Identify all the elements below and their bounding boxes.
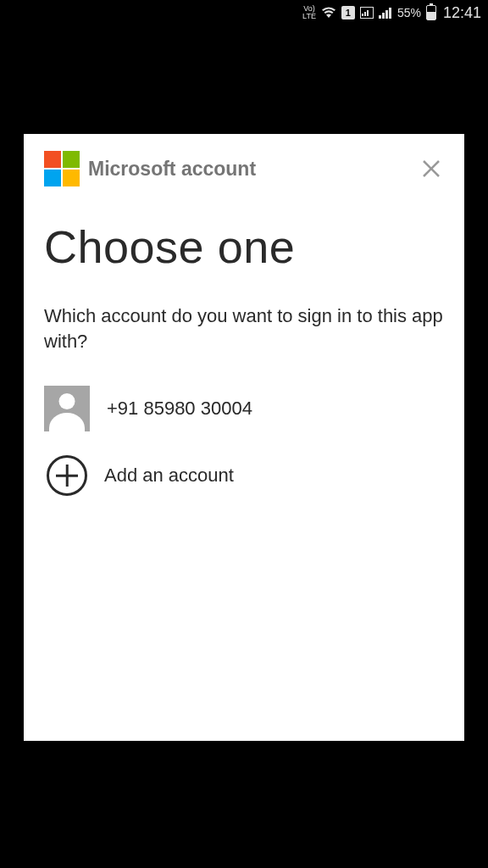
dialog-title: Microsoft account [88,158,410,181]
clock: 12:41 [443,4,481,22]
account-item[interactable]: +91 85980 30004 [44,379,444,438]
svg-rect-2 [382,13,385,19]
plus-icon [47,455,87,496]
status-bar: Vo) LTE 1 55% 12:41 [0,0,488,25]
battery-percent: 55% [397,6,421,19]
wifi-icon [321,7,336,19]
battery-icon [426,5,436,20]
svg-rect-4 [389,8,391,19]
avatar-icon [44,386,90,431]
account-list: +91 85980 30004 Add an account [44,379,444,503]
volte-indicator: Vo) LTE [302,5,316,20]
dialog-header: Microsoft account [44,151,444,186]
add-account-button[interactable]: Add an account [44,448,444,503]
account-chooser-dialog: Microsoft account Choose one Which accou… [24,134,464,741]
close-button[interactable] [419,155,444,182]
account-label: +91 85980 30004 [107,398,252,420]
svg-rect-1 [379,15,381,19]
signal-icon-2 [379,7,392,19]
subtext: Which account do you want to sign in to … [44,303,444,353]
sim-indicator: 1 [341,6,355,19]
heading: Choose one [44,220,444,273]
add-account-label: Add an account [104,465,234,487]
svg-rect-3 [385,10,388,19]
close-icon [422,159,441,178]
microsoft-logo-icon [44,151,80,186]
signal-icon-1 [360,7,374,19]
